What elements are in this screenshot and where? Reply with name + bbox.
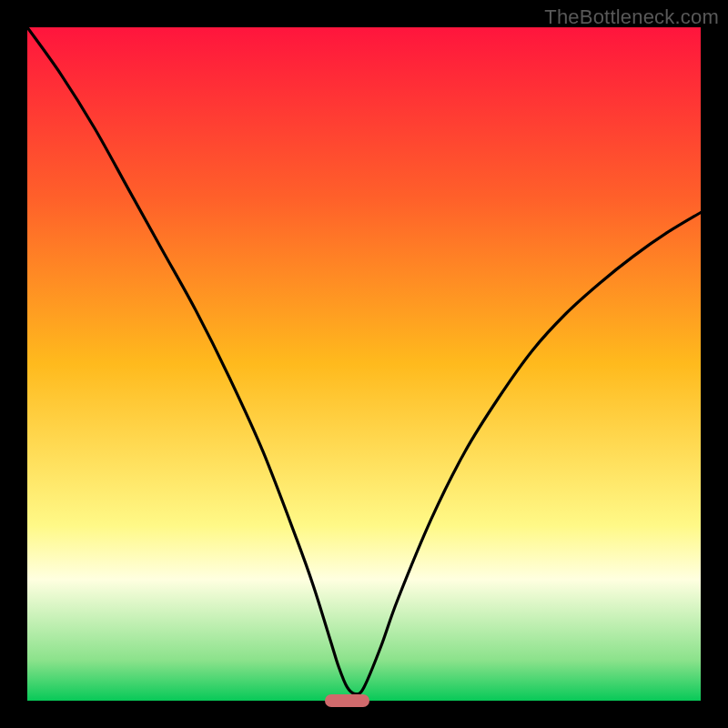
bottleneck-curve (27, 27, 701, 701)
optimal-marker (325, 694, 369, 707)
plot-area (27, 27, 701, 701)
watermark-text: TheBottleneck.com (544, 5, 719, 29)
chart-frame: TheBottleneck.com (0, 0, 728, 728)
